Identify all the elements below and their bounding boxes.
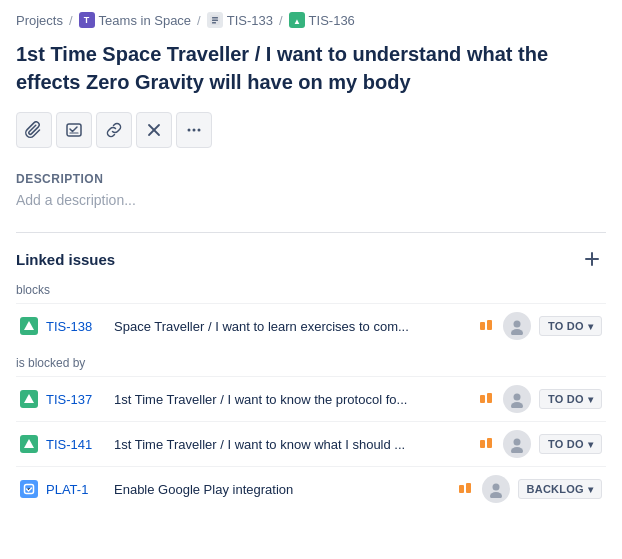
breadcrumb-tis133[interactable]: TIS-133 (207, 12, 273, 28)
more-button[interactable] (176, 112, 212, 148)
svg-rect-16 (480, 322, 485, 330)
issue-summary-tis137: 1st Time Traveller / I want to know the … (114, 392, 471, 407)
issue-key-tis138[interactable]: TIS-138 (46, 319, 106, 334)
table-row: TIS-138 Space Traveller / I want to lear… (16, 303, 606, 348)
breadcrumb-sep3: / (279, 13, 283, 28)
svg-point-28 (514, 439, 521, 446)
svg-point-10 (188, 129, 191, 132)
svg-point-23 (514, 394, 521, 401)
linked-issues-header: Linked issues (16, 245, 606, 273)
svg-rect-21 (480, 395, 485, 403)
blocks-group: blocks TIS-138 Space Traveller / I want … (16, 283, 606, 348)
status-chevron-tis138: ▾ (588, 321, 593, 332)
tis136-icon: ▲ (289, 12, 305, 28)
teams-space-icon: T (79, 12, 95, 28)
breadcrumb-tis136[interactable]: ▲ TIS-136 (289, 12, 355, 28)
svg-point-11 (193, 129, 196, 132)
issue-summary-tis138: Space Traveller / I want to learn exerci… (114, 319, 471, 334)
main-content: 1st Time Space Traveller / I want to und… (0, 40, 622, 511)
avatar-tis141 (503, 430, 531, 458)
priority-icon-plat1 (458, 481, 474, 497)
linked-issues-section: Linked issues blocks TIS-138 Space Trave… (16, 232, 606, 511)
svg-point-34 (490, 492, 502, 498)
svg-point-24 (511, 402, 523, 408)
issue-key-plat1[interactable]: PLAT-1 (46, 482, 106, 497)
issue-summary-plat1: Enable Google Play integration (114, 482, 450, 497)
svg-marker-25 (24, 439, 34, 448)
priority-icon-tis138 (479, 318, 495, 334)
toolbar (16, 112, 606, 152)
table-row: TIS-137 1st Time Traveller / I want to k… (16, 376, 606, 421)
description-placeholder[interactable]: Add a description... (16, 192, 606, 208)
svg-point-29 (511, 447, 523, 453)
issue-summary-tis141: 1st Time Traveller / I want to know what… (114, 437, 471, 452)
issue-type-badge-story-141 (20, 435, 38, 453)
svg-rect-32 (466, 483, 471, 493)
avatar-tis137 (503, 385, 531, 413)
svg-rect-22 (487, 393, 492, 403)
checklist-button[interactable] (56, 112, 92, 148)
svg-marker-15 (24, 321, 34, 330)
svg-rect-27 (487, 438, 492, 448)
issue-key-tis141[interactable]: TIS-141 (46, 437, 106, 452)
description-section: Description Add a description... (16, 172, 606, 208)
linked-issues-title: Linked issues (16, 251, 115, 268)
blocked-by-group: is blocked by TIS-137 1st Time Traveller… (16, 356, 606, 511)
issue-type-badge-task-plat1 (20, 480, 38, 498)
avatar-plat1 (482, 475, 510, 503)
svg-rect-2 (212, 20, 218, 22)
description-label: Description (16, 172, 606, 186)
issue-key-tis137[interactable]: TIS-137 (46, 392, 106, 407)
table-row: PLAT-1 Enable Google Play integration BA… (16, 466, 606, 511)
svg-point-12 (198, 129, 201, 132)
breadcrumb-projects[interactable]: Projects (16, 13, 63, 28)
blocked-by-group-label: is blocked by (16, 356, 606, 370)
svg-point-33 (492, 484, 499, 491)
breadcrumb: Projects / T Teams in Space / TIS-133 / … (0, 0, 622, 36)
table-row: TIS-141 1st Time Traveller / I want to k… (16, 421, 606, 466)
svg-marker-20 (24, 394, 34, 403)
status-chevron-tis137: ▾ (588, 394, 593, 405)
priority-icon-tis141 (479, 436, 495, 452)
breadcrumb-sep2: / (197, 13, 201, 28)
status-badge-tis138[interactable]: TO DO ▾ (539, 316, 602, 336)
close-button[interactable] (136, 112, 172, 148)
svg-rect-31 (459, 485, 464, 493)
svg-rect-3 (212, 22, 216, 24)
svg-text:▲: ▲ (293, 17, 301, 26)
breadcrumb-sep1: / (69, 13, 73, 28)
add-linked-issue-button[interactable] (578, 245, 606, 273)
svg-point-19 (511, 329, 523, 335)
svg-rect-1 (212, 17, 218, 19)
attach-button[interactable] (16, 112, 52, 148)
status-chevron-plat1: ▾ (588, 484, 593, 495)
svg-rect-17 (487, 320, 492, 330)
status-badge-plat1[interactable]: BACKLOG ▾ (518, 479, 602, 499)
svg-rect-26 (480, 440, 485, 448)
status-badge-tis137[interactable]: TO DO ▾ (539, 389, 602, 409)
issue-type-badge-story (20, 317, 38, 335)
status-badge-tis141[interactable]: TO DO ▾ (539, 434, 602, 454)
svg-point-18 (514, 321, 521, 328)
issue-type-badge-story-137 (20, 390, 38, 408)
avatar-tis138 (503, 312, 531, 340)
priority-icon-tis137 (479, 391, 495, 407)
tis133-icon (207, 12, 223, 28)
blocks-group-label: blocks (16, 283, 606, 297)
breadcrumb-teams[interactable]: T Teams in Space (79, 12, 192, 28)
status-chevron-tis141: ▾ (588, 439, 593, 450)
issue-title: 1st Time Space Traveller / I want to und… (16, 40, 606, 96)
link-button[interactable] (96, 112, 132, 148)
